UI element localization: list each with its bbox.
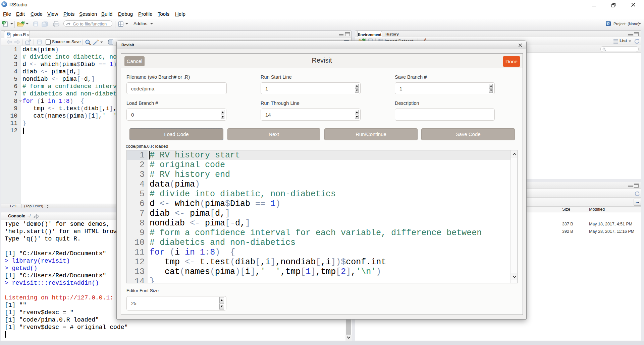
svg-text:R: R bbox=[7, 33, 9, 36]
